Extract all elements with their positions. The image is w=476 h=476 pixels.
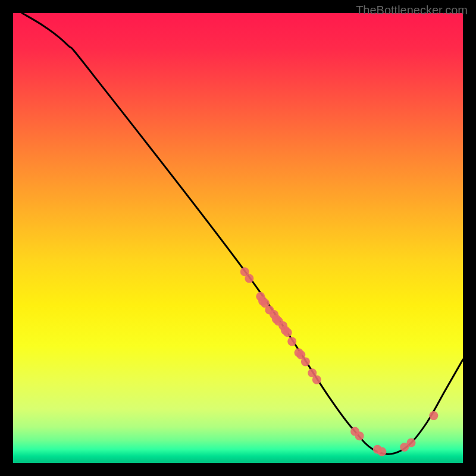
bottleneck-curve <box>22 13 463 454</box>
data-marker <box>355 431 364 440</box>
data-marker <box>245 274 253 283</box>
chart-svg <box>13 13 463 463</box>
data-markers <box>240 267 439 456</box>
data-marker <box>283 328 292 337</box>
data-marker <box>312 375 321 384</box>
data-marker <box>301 357 310 366</box>
curve-path <box>22 13 463 454</box>
watermark-text: TheBottlenecker.com <box>356 4 468 17</box>
data-marker <box>429 411 438 420</box>
plot-area <box>13 13 463 463</box>
data-marker <box>287 337 296 346</box>
data-marker <box>377 447 386 456</box>
data-marker <box>407 438 416 447</box>
